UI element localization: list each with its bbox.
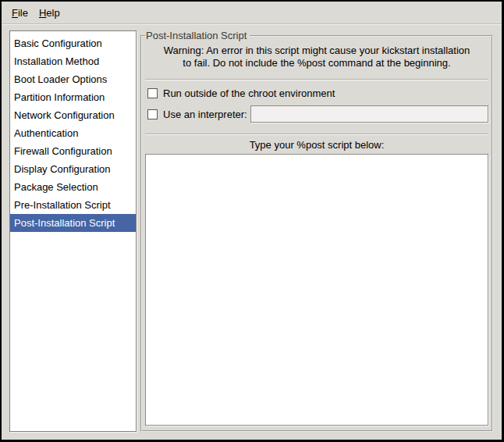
sidebar-item-firewall-configuration[interactable]: Firewall Configuration — [10, 142, 136, 160]
sidebar-item-basic-configuration[interactable]: Basic Configuration — [10, 34, 136, 52]
sidebar-item-post-installation-script[interactable]: Post-Installation Script — [10, 214, 136, 232]
sidebar-item-package-selection[interactable]: Package Selection — [10, 178, 136, 196]
separator — [145, 134, 488, 135]
warning-line-2: to fail. Do not include the %post comman… — [145, 57, 488, 70]
interpreter-input[interactable] — [250, 105, 488, 123]
kickstart-configurator-window: File Help Basic Configuration Installati… — [0, 0, 504, 442]
post-installation-frame: Post-Installation Script Warning: An err… — [140, 30, 493, 432]
menu-file[interactable]: File — [6, 5, 34, 21]
run-outside-chroot-checkbox[interactable] — [147, 88, 158, 98]
post-script-textarea[interactable] — [145, 154, 488, 426]
script-prompt-label: Type your %post script below: — [145, 139, 488, 151]
chroot-checkbox-row: Run outside of the chroot environment — [145, 84, 488, 102]
sidebar-item-network-configuration[interactable]: Network Configuration — [10, 106, 136, 124]
sidebar-item-boot-loader-options[interactable]: Boot Loader Options — [10, 70, 136, 88]
warning-text: Warning: An error in this script might c… — [145, 45, 488, 70]
run-outside-chroot-label[interactable]: Run outside of the chroot environment — [163, 87, 335, 99]
warning-line-1: Warning: An error in this script might c… — [145, 45, 488, 57]
sidebar-item-partition-information[interactable]: Partition Information — [10, 88, 136, 106]
sidebar-item-pre-installation-script[interactable]: Pre-Installation Script — [10, 196, 136, 214]
sidebar-item-authentication[interactable]: Authentication — [10, 124, 136, 142]
sidebar-item-display-configuration[interactable]: Display Configuration — [10, 160, 136, 178]
sidebar-item-installation-method[interactable]: Installation Method — [10, 52, 136, 70]
interpreter-checkbox-row: Use an interpreter: — [145, 105, 488, 123]
menu-help[interactable]: Help — [34, 5, 66, 21]
menubar: File Help — [2, 2, 502, 24]
use-interpreter-label[interactable]: Use an interpreter: — [163, 109, 247, 120]
separator — [145, 79, 488, 80]
use-interpreter-checkbox[interactable] — [147, 109, 158, 119]
frame-title: Post-Installation Script — [145, 30, 250, 41]
section-list: Basic Configuration Installation Method … — [9, 30, 137, 432]
